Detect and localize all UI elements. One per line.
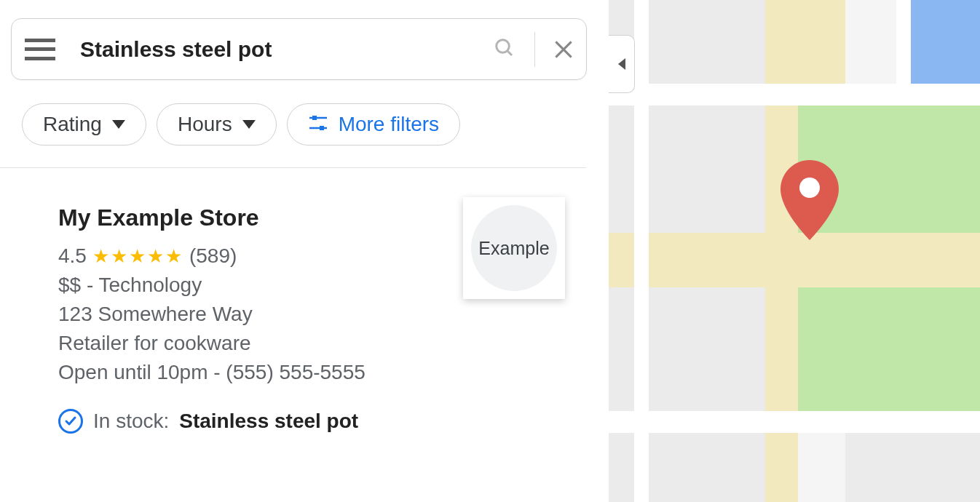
hours-phone: Open until 10pm - (555) 555-5555 — [58, 361, 609, 384]
svg-rect-3 — [312, 116, 317, 120]
star-icons: ★★★★★ — [92, 245, 183, 268]
svg-line-1 — [507, 50, 512, 55]
map-canvas[interactable] — [609, 0, 980, 502]
map-pin-icon[interactable] — [781, 160, 839, 240]
thumbnail-label: Example — [471, 205, 557, 291]
stock-product: Stainless steel pot — [179, 410, 358, 433]
search-icon[interactable] — [494, 37, 515, 62]
stock-label: In stock: — [93, 410, 169, 433]
filter-label: More filters — [339, 113, 439, 136]
filter-hours[interactable]: Hours — [157, 103, 277, 146]
check-circle-icon — [58, 409, 83, 434]
close-icon[interactable] — [554, 40, 573, 59]
svg-point-0 — [497, 39, 510, 52]
search-input[interactable] — [80, 37, 494, 62]
results-panel: Rating Hours More filters — [0, 0, 609, 502]
filter-label: Rating — [43, 113, 102, 136]
result-item[interactable]: My Example Store 4.5 ★★★★★ (589) $$ - Te… — [58, 204, 609, 434]
search-bar — [11, 18, 587, 80]
chevron-down-icon — [242, 120, 256, 129]
chevron-down-icon — [112, 120, 125, 129]
filter-row: Rating Hours More filters — [22, 103, 609, 146]
map-background — [609, 0, 980, 502]
svg-rect-5 — [320, 126, 324, 130]
description: Retailer for cookware — [58, 332, 609, 355]
divider — [534, 32, 535, 67]
separator — [0, 167, 586, 168]
stock-row: In stock: Stainless steel pot — [58, 409, 609, 434]
filter-more[interactable]: More filters — [287, 103, 460, 146]
result-thumbnail[interactable]: Example — [463, 197, 565, 299]
review-count: (589) — [189, 244, 237, 268]
sliders-icon — [308, 113, 328, 136]
svg-point-6 — [799, 178, 820, 198]
chevron-left-icon — [618, 58, 625, 70]
filter-rating[interactable]: Rating — [22, 103, 146, 146]
menu-icon[interactable] — [25, 39, 55, 60]
filter-label: Hours — [178, 113, 232, 136]
rating-value: 4.5 — [58, 244, 87, 268]
address: 123 Somewhere Way — [58, 303, 609, 326]
collapse-panel-button[interactable] — [609, 35, 635, 93]
